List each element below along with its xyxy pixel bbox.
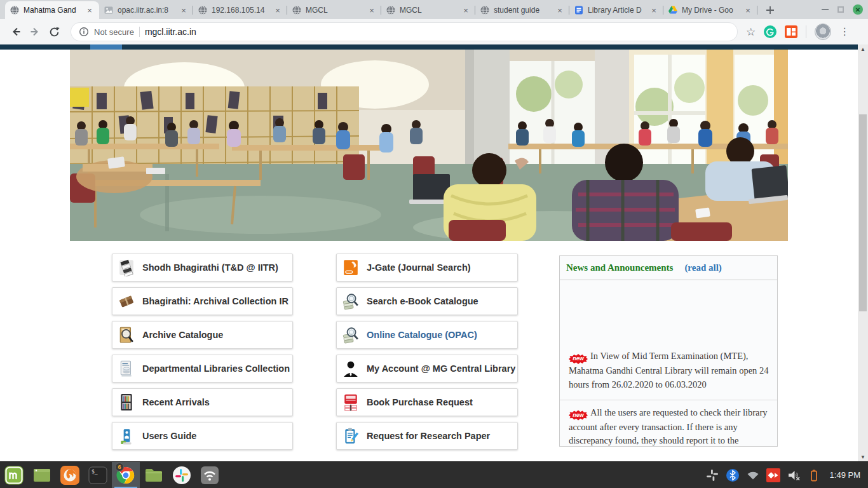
tab-title: My Drive - Goo xyxy=(682,6,739,15)
quick-link-label: Request for Research Paper xyxy=(367,431,490,441)
quick-link-book-purchase-request[interactable]: Book Purchase Request xyxy=(336,388,518,416)
browser-tab-mgcl[interactable]: MGCL× xyxy=(381,1,475,19)
quick-link-request-for-research-paper[interactable]: Request for Research Paper xyxy=(336,422,518,450)
volume-muted-icon[interactable] xyxy=(787,468,801,482)
quick-link-online-catalogue-opac[interactable]: Online Catalogue (OPAC) xyxy=(336,321,518,349)
screen: Mahatma Gand×opac.iitr.ac.in:8×192.168.1… xyxy=(0,0,868,488)
tab-close-icon[interactable]: × xyxy=(743,5,753,15)
quick-link-shodh-bhagirathi-t-d-iitr[interactable]: Shodh Bhagirathi (T&D @ IITR) xyxy=(112,254,293,281)
image-icon xyxy=(104,5,114,15)
forward-arrow-icon xyxy=(29,25,41,38)
toolbar-right: ☆ ⋮ xyxy=(746,24,850,40)
new-badge: new xyxy=(569,410,588,421)
browser-tab-student-guide[interactable]: student guide× xyxy=(475,1,569,19)
scrollbar-up-arrow[interactable]: ▲ xyxy=(858,44,868,53)
forward-button[interactable] xyxy=(25,22,44,41)
sync-app-icon[interactable] xyxy=(766,468,780,482)
news-item[interactable]: newIn View of Mid Term Examination (MTE)… xyxy=(560,344,777,400)
url-text[interactable]: mgcl.iitr.ac.in xyxy=(145,27,196,37)
browser-tab-192-168-105-14[interactable]: 192.168.105.14× xyxy=(193,1,287,19)
tab-close-icon[interactable]: × xyxy=(461,5,471,15)
new-tab-button[interactable] xyxy=(761,1,779,19)
quick-link-bhagirathi-archival-collection-i[interactable]: Bhagirathi: Archival Collection IR xyxy=(112,287,293,315)
news-body: newIn View of Mid Term Examination (MTE)… xyxy=(560,280,777,447)
taskbar-app-network-tool[interactable] xyxy=(196,462,224,488)
person-icon xyxy=(342,360,359,377)
back-button[interactable] xyxy=(6,22,25,41)
taskbar-app-chrome[interactable]: 6 xyxy=(112,462,140,488)
browser-tab-library-article-d[interactable]: Library Article D× xyxy=(569,1,663,19)
mint-menu-icon xyxy=(4,465,24,485)
page-scrollbar[interactable]: ▲ ▼ xyxy=(858,44,868,461)
globe-icon xyxy=(386,5,396,15)
tab-close-icon[interactable]: × xyxy=(179,5,189,15)
taskbar-app-slack[interactable] xyxy=(168,462,196,488)
globe-icon xyxy=(10,5,20,15)
tab-close-icon[interactable]: × xyxy=(273,5,283,15)
taskbar-app-terminal[interactable]: $_ xyxy=(84,462,112,488)
quick-link-search-e-book-catalogue[interactable]: Search e-Book Catalogue xyxy=(336,287,518,315)
plus-icon xyxy=(766,6,775,15)
browser-tab-opac-iitr-ac-in-8[interactable]: opac.iitr.ac.in:8× xyxy=(99,1,193,19)
taskbar-clock[interactable]: 1:49 PM xyxy=(830,470,868,480)
info-icon[interactable] xyxy=(79,27,89,37)
browser-tab-my-drive-goo[interactable]: My Drive - Goo× xyxy=(663,1,757,19)
scrollbar-down-arrow[interactable]: ▼ xyxy=(858,452,868,461)
address-bar[interactable]: Not secure mgcl.iitr.ac.in xyxy=(71,23,737,41)
site-navbar-active-item xyxy=(90,44,122,50)
browser-tab-mahatma-gand[interactable]: Mahatma Gand× xyxy=(5,1,99,19)
orange-grid-extension-icon[interactable] xyxy=(785,25,797,38)
quick-link-departmental-libraries-collectio[interactable]: Departmental Libraries Collection xyxy=(112,355,293,383)
news-panel: News and Announcements (read all) newIn … xyxy=(559,255,778,447)
quick-link-label: Book Purchase Request xyxy=(367,397,473,407)
quick-link-label: Users Guide xyxy=(142,431,196,441)
taskbar-app-show-desktop[interactable] xyxy=(28,462,56,488)
window-minimize-button[interactable] xyxy=(822,9,829,10)
quick-link-archive-catalogue[interactable]: Archive Catalogue xyxy=(112,321,293,349)
globe-icon xyxy=(292,5,302,15)
window-close-button[interactable]: ✕ xyxy=(853,4,863,15)
reload-icon xyxy=(48,26,60,38)
taskbar: $_6 1:49 PM xyxy=(0,461,868,488)
tab-close-icon[interactable]: × xyxy=(367,5,377,15)
quick-link-j-gate-journal-search[interactable]: J-Gate (Journal Search) xyxy=(336,254,518,281)
quick-link-my-account-mg-central-library[interactable]: My Account @ MG Central Library xyxy=(336,355,518,383)
profile-avatar[interactable] xyxy=(815,24,831,40)
department-doc-icon xyxy=(118,360,135,377)
grammarly-extension-icon[interactable] xyxy=(764,25,776,38)
terminal-icon: $_ xyxy=(88,465,108,485)
network-tool-icon xyxy=(200,465,220,485)
battery-icon[interactable] xyxy=(807,468,821,482)
tab-close-icon[interactable]: × xyxy=(85,5,95,15)
tab-close-icon[interactable]: × xyxy=(555,5,565,15)
reload-button[interactable] xyxy=(44,22,64,41)
toolbar-divider xyxy=(806,25,806,38)
bluetooth-icon[interactable] xyxy=(726,468,740,482)
taskbar-app-firefox[interactable] xyxy=(56,462,84,488)
taskbar-app-mint-menu[interactable] xyxy=(0,462,28,488)
taskbar-app-file-manager[interactable] xyxy=(140,462,168,488)
tab-close-icon[interactable]: × xyxy=(649,5,659,15)
scrollbar-thumb[interactable] xyxy=(859,114,867,311)
security-label[interactable]: Not secure xyxy=(94,27,134,37)
wifi-icon[interactable] xyxy=(746,468,760,482)
quick-links-left-column: Shodh Bhagirathi (T&D @ IITR)Bhagirathi:… xyxy=(112,254,293,450)
window-maximize-button[interactable] xyxy=(837,6,844,13)
bookmark-star-icon[interactable]: ☆ xyxy=(746,25,756,39)
quick-link-label: Shodh Bhagirathi (T&D @ IITR) xyxy=(142,262,278,273)
quick-link-label: Recent Arrivals xyxy=(142,397,210,407)
tab-title: MGCL xyxy=(400,6,457,15)
quick-link-recent-arrivals[interactable]: Recent Arrivals xyxy=(112,388,293,416)
news-read-all-link[interactable]: (read all) xyxy=(684,262,721,273)
thesis-stack-icon xyxy=(118,259,135,276)
news-item[interactable]: newAll the users are requested to check … xyxy=(560,400,777,447)
user-kiosk-icon xyxy=(118,427,135,445)
slack-tray-icon[interactable] xyxy=(705,468,719,482)
quick-link-label: Departmental Libraries Collection xyxy=(142,363,290,374)
webpage: Shodh Bhagirathi (T&D @ IITR)Bhagirathi:… xyxy=(0,44,868,461)
browser-tab-mgcl[interactable]: MGCL× xyxy=(287,1,381,19)
quick-link-users-guide[interactable]: Users Guide xyxy=(112,422,293,450)
show-desktop-icon xyxy=(32,465,52,485)
site-navbar-edge xyxy=(0,44,858,50)
browser-menu-icon[interactable]: ⋮ xyxy=(839,27,850,37)
